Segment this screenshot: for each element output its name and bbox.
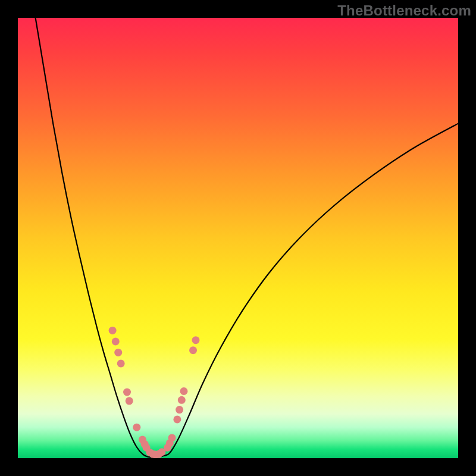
- data-point: [189, 346, 197, 354]
- data-point: [112, 337, 120, 345]
- plot-area: [18, 18, 458, 458]
- data-point: [192, 336, 199, 344]
- data-point: [178, 396, 186, 404]
- data-point: [123, 389, 131, 396]
- data-point: [109, 327, 117, 334]
- data-point: [114, 349, 122, 356]
- data-markers: [109, 327, 200, 458]
- bottleneck-curve: [36, 18, 458, 458]
- data-point: [176, 406, 183, 414]
- data-point: [117, 359, 125, 367]
- data-point: [168, 434, 176, 441]
- watermark-text: TheBottleneck.com: [337, 2, 471, 19]
- data-point: [133, 424, 140, 431]
- data-point: [180, 387, 187, 395]
- chart-frame: TheBottleneck.com: [0, 0, 476, 476]
- curve-svg: [18, 18, 458, 458]
- data-point: [173, 415, 181, 423]
- data-point: [126, 397, 133, 405]
